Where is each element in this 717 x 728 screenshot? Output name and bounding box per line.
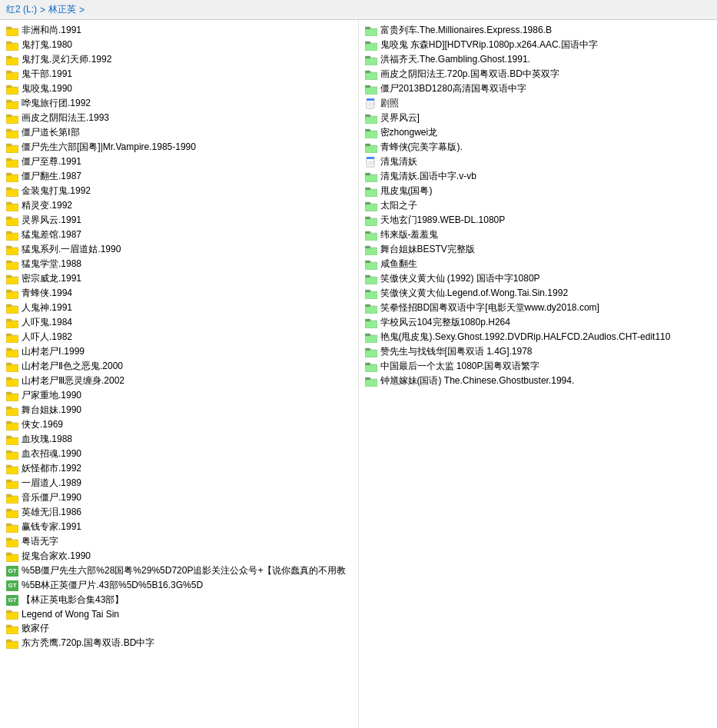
list-item[interactable]: 天地玄门1989.WEB-DL.1080P	[359, 213, 718, 228]
list-item[interactable]: 僵尸至尊.1991	[0, 155, 358, 169]
list-item[interactable]: 僵尸2013BD1280高清国粤双语中字	[359, 81, 718, 96]
list-item[interactable]: 咸鱼翻生	[359, 257, 718, 271]
list-item[interactable]: 剧照	[359, 96, 718, 111]
folder-icon	[365, 84, 377, 95]
list-item[interactable]: 鬼干部.1991	[0, 67, 358, 81]
list-item[interactable]: 艳鬼(甩皮鬼).Sexy.Ghost.1992.DVDRip.HALFCD.2A…	[359, 330, 718, 344]
list-item[interactable]: 哗鬼旅行团.1992	[0, 96, 358, 111]
breadcrumb-folder[interactable]: 林正英	[48, 3, 76, 16]
svg-rect-97	[365, 131, 377, 138]
list-item[interactable]: 粤语无字	[0, 534, 358, 549]
folder-icon	[365, 215, 377, 226]
list-item[interactable]: 人吓鬼.1984	[0, 315, 358, 330]
breadcrumb-drive[interactable]: 红2 (L:)	[6, 3, 37, 16]
list-item[interactable]: Legend of Wong Tai Sin	[0, 607, 358, 621]
svg-rect-51	[6, 392, 12, 394]
list-item[interactable]: 僵尸道长第Ⅰ部	[0, 125, 358, 140]
svg-rect-23	[6, 188, 12, 190]
list-item[interactable]: 血玫瑰.1988	[0, 432, 358, 447]
list-item[interactable]: 太阳之子	[359, 198, 718, 213]
list-item[interactable]: 一眉道人.1989	[0, 476, 358, 490]
list-item[interactable]: 猛鬼学堂.1988	[0, 257, 358, 271]
svg-rect-126	[365, 321, 377, 328]
list-item[interactable]: 山村老尸Ⅱ色之恶鬼.2000	[0, 359, 358, 374]
list-item[interactable]: 鬼咬鬼.1990	[0, 81, 358, 96]
list-item[interactable]: 密zhongwei龙	[359, 125, 718, 140]
list-item[interactable]: 青蜂侠.1994	[0, 286, 358, 301]
list-item[interactable]: 音乐僵尸.1990	[0, 490, 358, 505]
svg-rect-117	[365, 246, 370, 248]
list-item[interactable]: 赞先生与找钱华[国粤双语 1.4G].1978	[359, 344, 718, 359]
svg-rect-132	[365, 364, 377, 372]
list-item[interactable]: GT%5B僵尸先生六部%28国粤%29%5D720P追影关注公众号+【说你蠢真的…	[0, 563, 358, 578]
svg-rect-122	[365, 291, 377, 299]
list-item[interactable]: 山村老尸Ⅰ.1999	[0, 344, 358, 359]
list-item[interactable]: 英雄无泪.1986	[0, 505, 358, 520]
svg-rect-48	[6, 379, 18, 387]
list-item[interactable]: 山村老尸Ⅲ恶灵缠身.2002	[0, 374, 358, 388]
list-item[interactable]: 赢钱专家.1991	[0, 520, 358, 534]
list-item[interactable]: 猛鬼系列.一眉道姑.1990	[0, 242, 358, 257]
list-item[interactable]: 舞台姐妹BESTV完整版	[359, 242, 718, 257]
list-item[interactable]: 学校风云104完整版1080p.H264	[359, 315, 718, 330]
svg-rect-69	[6, 524, 12, 526]
list-item[interactable]: 青蜂侠(完美字幕版).	[359, 140, 718, 155]
list-item[interactable]: 捉鬼合家欢.1990	[0, 549, 358, 563]
svg-rect-121	[365, 275, 370, 278]
list-item[interactable]: 妖怪都市.1992	[0, 461, 358, 476]
list-item[interactable]: 笑傲侠义黄大仙.Legend.of.Wong.Tai.Sin.1992	[359, 286, 718, 301]
list-item[interactable]: 画皮之阴阳法王.720p.国粤双语.BD中英双字	[359, 67, 718, 81]
svg-rect-8	[6, 87, 18, 95]
list-item[interactable]: 人鬼神.1991	[0, 301, 358, 315]
list-item[interactable]: GT%5B林正英僵尸片.43部%5D%5B16.3G%5D	[0, 578, 358, 593]
list-item[interactable]: 灵界风云]	[359, 111, 718, 125]
svg-rect-78	[6, 641, 18, 649]
list-item[interactable]: 清鬼清妖.国语中字.v-vb	[359, 169, 718, 184]
list-item[interactable]: 富贵列车.The.Millionaires.Express.1986.B	[359, 23, 718, 38]
list-item[interactable]: 精灵变.1992	[0, 198, 358, 213]
list-item[interactable]: 密宗威龙.1991	[0, 271, 358, 286]
list-item[interactable]: 僵尸先生六部[国粤]|Mr.Vampire.1985-1990	[0, 140, 358, 155]
list-item[interactable]: 鬼打鬼.灵幻天师.1992	[0, 52, 358, 67]
list-item[interactable]: 人吓人.1982	[0, 330, 358, 344]
list-item[interactable]: 血衣招魂.1990	[0, 447, 358, 461]
list-item[interactable]: 金装鬼打鬼.1992	[0, 184, 358, 198]
list-item[interactable]: 笑拳怪招BD国粤双语中字[电影天堂www.dy2018.com]	[359, 301, 718, 315]
list-item[interactable]: 笑傲侠义黄大仙 (1992) 国语中字1080P	[359, 271, 718, 286]
left-column: 非洲和尚.1991 鬼打鬼.1980 鬼打鬼.灵幻天师.1992 鬼干部.199…	[0, 20, 359, 728]
file-label: 赞先生与找钱华[国粤双语 1.4G].1978	[380, 345, 533, 358]
folder-icon	[6, 391, 18, 401]
list-item[interactable]: 侠女.1969	[0, 417, 358, 432]
list-item[interactable]: 东方秃鹰.720p.国粤双语.BD中字	[0, 636, 358, 650]
file-label: 人吓人.1982	[22, 331, 72, 344]
folder-icon	[6, 361, 18, 372]
list-item[interactable]: 败家仔	[0, 621, 358, 636]
list-item[interactable]: 猛鬼差馆.1987	[0, 228, 358, 242]
list-item[interactable]: 鬼咬鬼 东森HD][HDTVRip.1080p.x264.AAC.国语中字	[359, 38, 718, 52]
list-item[interactable]: 甩皮鬼(国粤)	[359, 184, 718, 198]
list-item[interactable]: 鬼打鬼.1980	[0, 38, 358, 52]
svg-rect-110	[365, 204, 377, 211]
file-label: 画皮之阴阳法王.720p.国粤双语.BD中英双字	[380, 68, 559, 81]
list-item[interactable]: 灵界风云.1991	[0, 213, 358, 228]
file-label: 东方秃鹰.720p.国粤双语.BD中字	[22, 637, 154, 650]
list-item[interactable]: 舞台姐妹.1990	[0, 403, 358, 417]
svg-rect-82	[365, 43, 377, 51]
file-label: 钟馗嫁妹(国语) The.Chinese.Ghostbuster.1994.	[380, 374, 575, 387]
list-item[interactable]: GT【林正英电影合集43部】	[0, 593, 358, 607]
svg-rect-98	[365, 129, 370, 131]
list-item[interactable]: 纬来版-羞羞鬼	[359, 228, 718, 242]
list-item[interactable]: 尸家重地.1990	[0, 388, 358, 403]
list-item[interactable]: 画皮之阴阳法王.1993	[0, 111, 358, 125]
list-item[interactable]: 钟馗嫁妹(国语) The.Chinese.Ghostbuster.1994.	[359, 374, 718, 388]
list-item[interactable]: 中国最后一个太监 1080P.国粤双语繁字	[359, 359, 718, 374]
svg-rect-43	[6, 334, 12, 336]
gt-icon: GT	[6, 595, 18, 606]
list-item[interactable]: 清鬼清妖	[359, 155, 718, 169]
svg-rect-34	[6, 277, 18, 284]
list-item[interactable]: 非洲和尚.1991	[0, 23, 358, 38]
list-item[interactable]: 洪福齐天.The.Gambling.Ghost.1991.	[359, 52, 718, 67]
list-item[interactable]: 僵尸翻生.1987	[0, 169, 358, 184]
svg-rect-115	[365, 231, 370, 234]
folder-icon	[365, 171, 377, 182]
